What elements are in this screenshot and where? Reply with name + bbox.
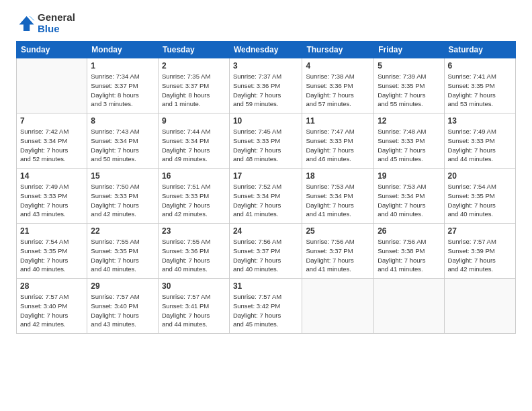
svg-marker-1 <box>30 16 34 20</box>
calendar-cell: 17Sunrise: 7:52 AMSunset: 3:34 PMDayligh… <box>229 169 302 224</box>
day-number: 30 <box>162 281 226 291</box>
calendar-cell: 3Sunrise: 7:37 AMSunset: 3:36 PMDaylight… <box>229 58 302 113</box>
day-number: 6 <box>448 61 512 71</box>
day-info: Sunrise: 7:41 AMSunset: 3:35 PMDaylight:… <box>448 72 512 109</box>
day-info: Sunrise: 7:37 AMSunset: 3:36 PMDaylight:… <box>233 72 298 109</box>
day-number: 21 <box>20 226 83 236</box>
calendar-cell: 18Sunrise: 7:53 AMSunset: 3:34 PMDayligh… <box>302 169 374 224</box>
day-number: 8 <box>91 116 154 126</box>
logo-text: General Blue <box>38 12 75 34</box>
day-info: Sunrise: 7:50 AMSunset: 3:33 PMDaylight:… <box>91 182 154 219</box>
day-info: Sunrise: 7:48 AMSunset: 3:33 PMDaylight:… <box>378 127 440 164</box>
day-info: Sunrise: 7:52 AMSunset: 3:34 PMDaylight:… <box>233 182 298 219</box>
day-number: 4 <box>306 61 370 71</box>
calendar-cell: 30Sunrise: 7:57 AMSunset: 3:41 PMDayligh… <box>158 279 229 334</box>
day-number: 2 <box>162 61 226 71</box>
calendar-week-row: 7Sunrise: 7:42 AMSunset: 3:34 PMDaylight… <box>17 113 516 169</box>
day-number: 26 <box>378 226 440 236</box>
day-number: 12 <box>378 116 440 126</box>
day-info: Sunrise: 7:44 AMSunset: 3:34 PMDaylight:… <box>162 127 226 164</box>
day-number: 27 <box>448 226 512 236</box>
weekday-header: Friday <box>374 42 444 58</box>
day-info: Sunrise: 7:53 AMSunset: 3:34 PMDaylight:… <box>378 182 440 219</box>
calendar-cell: 2Sunrise: 7:35 AMSunset: 3:37 PMDaylight… <box>158 58 229 113</box>
calendar-cell: 22Sunrise: 7:55 AMSunset: 3:35 PMDayligh… <box>87 224 159 279</box>
calendar-cell: 1Sunrise: 7:34 AMSunset: 3:37 PMDaylight… <box>87 58 159 113</box>
calendar-cell <box>302 279 374 334</box>
calendar-cell: 29Sunrise: 7:57 AMSunset: 3:40 PMDayligh… <box>87 279 159 334</box>
calendar-week-row: 14Sunrise: 7:49 AMSunset: 3:33 PMDayligh… <box>17 169 516 224</box>
calendar-cell: 5Sunrise: 7:39 AMSunset: 3:35 PMDaylight… <box>374 58 444 113</box>
calendar-cell: 27Sunrise: 7:57 AMSunset: 3:39 PMDayligh… <box>444 224 515 279</box>
logo-line1: General <box>38 12 75 24</box>
day-info: Sunrise: 7:51 AMSunset: 3:33 PMDaylight:… <box>162 182 226 219</box>
calendar-cell: 6Sunrise: 7:41 AMSunset: 3:35 PMDaylight… <box>444 58 515 113</box>
day-number: 18 <box>306 171 370 181</box>
day-number: 28 <box>20 281 83 291</box>
day-number: 20 <box>448 171 512 181</box>
calendar-cell: 28Sunrise: 7:57 AMSunset: 3:40 PMDayligh… <box>17 279 87 334</box>
calendar-cell: 21Sunrise: 7:54 AMSunset: 3:35 PMDayligh… <box>17 224 87 279</box>
calendar-cell: 25Sunrise: 7:56 AMSunset: 3:37 PMDayligh… <box>302 224 374 279</box>
weekday-header: Thursday <box>302 42 374 58</box>
calendar-cell: 19Sunrise: 7:53 AMSunset: 3:34 PMDayligh… <box>374 169 444 224</box>
day-number: 1 <box>91 61 154 71</box>
day-number: 9 <box>162 116 226 126</box>
day-number: 15 <box>91 171 154 181</box>
weekday-header: Wednesday <box>229 42 302 58</box>
day-info: Sunrise: 7:45 AMSunset: 3:33 PMDaylight:… <box>233 127 298 164</box>
calendar-table: SundayMondayTuesdayWednesdayThursdayFrid… <box>16 41 516 334</box>
day-number: 25 <box>306 226 370 236</box>
day-info: Sunrise: 7:57 AMSunset: 3:41 PMDaylight:… <box>162 292 226 329</box>
calendar-cell: 11Sunrise: 7:47 AMSunset: 3:33 PMDayligh… <box>302 113 374 169</box>
calendar-cell: 7Sunrise: 7:42 AMSunset: 3:34 PMDaylight… <box>17 113 87 169</box>
calendar-cell <box>17 58 87 113</box>
day-info: Sunrise: 7:43 AMSunset: 3:34 PMDaylight:… <box>91 127 154 164</box>
calendar-cell: 8Sunrise: 7:43 AMSunset: 3:34 PMDaylight… <box>87 113 159 169</box>
day-info: Sunrise: 7:55 AMSunset: 3:35 PMDaylight:… <box>91 237 154 274</box>
day-number: 19 <box>378 171 440 181</box>
calendar-cell: 31Sunrise: 7:57 AMSunset: 3:42 PMDayligh… <box>229 279 302 334</box>
logo-icon <box>16 14 35 33</box>
day-info: Sunrise: 7:56 AMSunset: 3:38 PMDaylight:… <box>378 237 440 274</box>
day-info: Sunrise: 7:34 AMSunset: 3:37 PMDaylight:… <box>91 72 154 109</box>
day-info: Sunrise: 7:57 AMSunset: 3:42 PMDaylight:… <box>233 292 298 329</box>
calendar-cell: 12Sunrise: 7:48 AMSunset: 3:33 PMDayligh… <box>374 113 444 169</box>
day-info: Sunrise: 7:49 AMSunset: 3:33 PMDaylight:… <box>20 182 83 219</box>
calendar-cell <box>374 279 444 334</box>
day-number: 7 <box>20 116 83 126</box>
day-info: Sunrise: 7:35 AMSunset: 3:37 PMDaylight:… <box>162 72 226 109</box>
day-number: 31 <box>233 281 298 291</box>
day-info: Sunrise: 7:57 AMSunset: 3:39 PMDaylight:… <box>448 237 512 274</box>
day-number: 17 <box>233 171 298 181</box>
logo-line2: Blue <box>38 24 75 35</box>
calendar-cell: 15Sunrise: 7:50 AMSunset: 3:33 PMDayligh… <box>87 169 159 224</box>
day-number: 16 <box>162 171 226 181</box>
weekday-header: Sunday <box>17 42 87 58</box>
day-info: Sunrise: 7:54 AMSunset: 3:35 PMDaylight:… <box>20 237 83 274</box>
day-info: Sunrise: 7:49 AMSunset: 3:33 PMDaylight:… <box>448 127 512 164</box>
day-number: 24 <box>233 226 298 236</box>
page: General Blue SundayMondayTuesdayWednesda… <box>0 0 532 411</box>
day-info: Sunrise: 7:57 AMSunset: 3:40 PMDaylight:… <box>91 292 154 329</box>
day-number: 23 <box>162 226 226 236</box>
header: General Blue <box>16 12 516 34</box>
calendar-cell: 16Sunrise: 7:51 AMSunset: 3:33 PMDayligh… <box>158 169 229 224</box>
day-info: Sunrise: 7:54 AMSunset: 3:35 PMDaylight:… <box>448 182 512 219</box>
logo: General Blue <box>16 12 75 34</box>
calendar-cell: 13Sunrise: 7:49 AMSunset: 3:33 PMDayligh… <box>444 113 515 169</box>
calendar-header-row: SundayMondayTuesdayWednesdayThursdayFrid… <box>17 42 516 58</box>
calendar-cell: 14Sunrise: 7:49 AMSunset: 3:33 PMDayligh… <box>17 169 87 224</box>
weekday-header: Tuesday <box>158 42 229 58</box>
weekday-header: Saturday <box>444 42 515 58</box>
day-number: 22 <box>91 226 154 236</box>
calendar-cell: 10Sunrise: 7:45 AMSunset: 3:33 PMDayligh… <box>229 113 302 169</box>
calendar-cell: 20Sunrise: 7:54 AMSunset: 3:35 PMDayligh… <box>444 169 515 224</box>
day-info: Sunrise: 7:56 AMSunset: 3:37 PMDaylight:… <box>233 237 298 274</box>
calendar-cell <box>444 279 515 334</box>
day-info: Sunrise: 7:53 AMSunset: 3:34 PMDaylight:… <box>306 182 370 219</box>
day-number: 13 <box>448 116 512 126</box>
day-number: 11 <box>306 116 370 126</box>
day-number: 5 <box>378 61 440 71</box>
day-info: Sunrise: 7:42 AMSunset: 3:34 PMDaylight:… <box>20 127 83 164</box>
